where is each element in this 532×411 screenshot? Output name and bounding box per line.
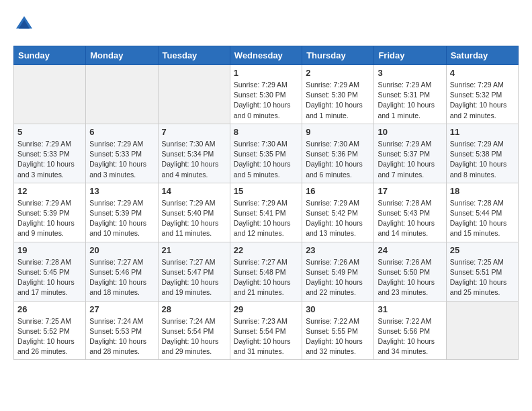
day-number: 13	[89, 186, 154, 196]
calendar-cell: 17Sunrise: 7:28 AM Sunset: 5:43 PM Dayli…	[374, 183, 446, 242]
day-number: 28	[162, 304, 226, 314]
calendar-cell: 10Sunrise: 7:29 AM Sunset: 5:37 PM Dayli…	[374, 124, 446, 183]
calendar-cell: 29Sunrise: 7:23 AM Sunset: 5:54 PM Dayli…	[230, 301, 302, 360]
day-info: Sunrise: 7:28 AM Sunset: 5:43 PM Dayligh…	[378, 198, 442, 239]
day-info: Sunrise: 7:25 AM Sunset: 5:51 PM Dayligh…	[450, 257, 515, 298]
day-header-friday: Friday	[374, 46, 446, 65]
day-header-sunday: Sunday	[14, 46, 86, 65]
day-info: Sunrise: 7:22 AM Sunset: 5:55 PM Dayligh…	[306, 316, 370, 357]
day-number: 17	[378, 186, 442, 196]
day-info: Sunrise: 7:29 AM Sunset: 5:32 PM Dayligh…	[450, 80, 515, 121]
day-number: 20	[89, 245, 154, 255]
day-number: 15	[234, 186, 298, 196]
calendar-cell: 28Sunrise: 7:24 AM Sunset: 5:54 PM Dayli…	[158, 301, 230, 360]
day-info: Sunrise: 7:29 AM Sunset: 5:42 PM Dayligh…	[306, 198, 370, 239]
day-info: Sunrise: 7:29 AM Sunset: 5:33 PM Dayligh…	[89, 139, 154, 180]
calendar-cell: 24Sunrise: 7:26 AM Sunset: 5:50 PM Dayli…	[374, 242, 446, 301]
calendar-cell: 25Sunrise: 7:25 AM Sunset: 5:51 PM Dayli…	[446, 242, 518, 301]
day-info: Sunrise: 7:29 AM Sunset: 5:30 PM Dayligh…	[234, 80, 298, 121]
day-info: Sunrise: 7:29 AM Sunset: 5:31 PM Dayligh…	[378, 80, 442, 121]
day-number: 3	[378, 68, 442, 78]
calendar-cell: 22Sunrise: 7:27 AM Sunset: 5:48 PM Dayli…	[230, 242, 302, 301]
calendar-header-row: SundayMondayTuesdayWednesdayThursdayFrid…	[14, 46, 519, 65]
calendar: SundayMondayTuesdayWednesdayThursdayFrid…	[13, 46, 519, 360]
calendar-cell: 27Sunrise: 7:24 AM Sunset: 5:53 PM Dayli…	[86, 301, 158, 360]
day-info: Sunrise: 7:24 AM Sunset: 5:53 PM Dayligh…	[89, 316, 154, 357]
calendar-cell: 13Sunrise: 7:29 AM Sunset: 5:39 PM Dayli…	[86, 183, 158, 242]
day-number: 21	[162, 245, 226, 255]
day-header-thursday: Thursday	[302, 46, 374, 65]
day-number: 14	[162, 186, 226, 196]
day-number: 31	[378, 304, 442, 314]
calendar-cell: 16Sunrise: 7:29 AM Sunset: 5:42 PM Dayli…	[302, 183, 374, 242]
day-number: 27	[89, 304, 154, 314]
day-number: 16	[306, 186, 370, 196]
calendar-week-5: 26Sunrise: 7:25 AM Sunset: 5:52 PM Dayli…	[14, 301, 519, 360]
day-info: Sunrise: 7:24 AM Sunset: 5:54 PM Dayligh…	[162, 316, 226, 357]
day-info: Sunrise: 7:22 AM Sunset: 5:56 PM Dayligh…	[378, 316, 442, 357]
day-number: 7	[162, 127, 226, 137]
calendar-cell	[158, 65, 230, 124]
day-info: Sunrise: 7:27 AM Sunset: 5:46 PM Dayligh…	[89, 257, 154, 298]
day-info: Sunrise: 7:28 AM Sunset: 5:44 PM Dayligh…	[450, 198, 515, 239]
calendar-cell: 23Sunrise: 7:26 AM Sunset: 5:49 PM Dayli…	[302, 242, 374, 301]
day-info: Sunrise: 7:30 AM Sunset: 5:34 PM Dayligh…	[162, 139, 226, 180]
day-number: 4	[450, 68, 515, 78]
day-number: 2	[306, 68, 370, 78]
calendar-cell	[14, 65, 86, 124]
day-info: Sunrise: 7:30 AM Sunset: 5:36 PM Dayligh…	[306, 139, 370, 180]
day-info: Sunrise: 7:29 AM Sunset: 5:39 PM Dayligh…	[17, 198, 82, 239]
calendar-week-3: 12Sunrise: 7:29 AM Sunset: 5:39 PM Dayli…	[14, 183, 519, 242]
day-number: 12	[17, 186, 82, 196]
calendar-cell: 15Sunrise: 7:29 AM Sunset: 5:41 PM Dayli…	[230, 183, 302, 242]
day-info: Sunrise: 7:29 AM Sunset: 5:33 PM Dayligh…	[17, 139, 82, 180]
day-number: 30	[306, 304, 370, 314]
day-info: Sunrise: 7:28 AM Sunset: 5:45 PM Dayligh…	[17, 257, 82, 298]
day-number: 22	[234, 245, 298, 255]
calendar-week-1: 1Sunrise: 7:29 AM Sunset: 5:30 PM Daylig…	[14, 65, 519, 124]
calendar-cell: 8Sunrise: 7:30 AM Sunset: 5:35 PM Daylig…	[230, 124, 302, 183]
day-info: Sunrise: 7:25 AM Sunset: 5:52 PM Dayligh…	[17, 316, 82, 357]
day-number: 26	[17, 304, 82, 314]
day-info: Sunrise: 7:27 AM Sunset: 5:47 PM Dayligh…	[162, 257, 226, 298]
logo-icon	[13, 13, 35, 35]
day-number: 11	[450, 127, 515, 137]
day-number: 8	[234, 127, 298, 137]
day-number: 1	[234, 68, 298, 78]
calendar-cell: 1Sunrise: 7:29 AM Sunset: 5:30 PM Daylig…	[230, 65, 302, 124]
calendar-cell	[446, 301, 518, 360]
day-info: Sunrise: 7:30 AM Sunset: 5:35 PM Dayligh…	[234, 139, 298, 180]
calendar-cell: 30Sunrise: 7:22 AM Sunset: 5:55 PM Dayli…	[302, 301, 374, 360]
day-header-saturday: Saturday	[446, 46, 518, 65]
calendar-cell: 12Sunrise: 7:29 AM Sunset: 5:39 PM Dayli…	[14, 183, 86, 242]
day-header-wednesday: Wednesday	[230, 46, 302, 65]
day-number: 24	[378, 245, 442, 255]
calendar-cell: 6Sunrise: 7:29 AM Sunset: 5:33 PM Daylig…	[86, 124, 158, 183]
day-number: 18	[450, 186, 515, 196]
day-number: 29	[234, 304, 298, 314]
day-number: 23	[306, 245, 370, 255]
day-info: Sunrise: 7:29 AM Sunset: 5:30 PM Dayligh…	[306, 80, 370, 121]
day-number: 9	[306, 127, 370, 137]
day-info: Sunrise: 7:26 AM Sunset: 5:50 PM Dayligh…	[378, 257, 442, 298]
logo	[13, 13, 38, 35]
calendar-cell: 11Sunrise: 7:29 AM Sunset: 5:38 PM Dayli…	[446, 124, 518, 183]
day-info: Sunrise: 7:29 AM Sunset: 5:38 PM Dayligh…	[450, 139, 515, 180]
day-number: 5	[17, 127, 82, 137]
day-info: Sunrise: 7:29 AM Sunset: 5:37 PM Dayligh…	[378, 139, 442, 180]
calendar-cell: 14Sunrise: 7:29 AM Sunset: 5:40 PM Dayli…	[158, 183, 230, 242]
calendar-cell: 20Sunrise: 7:27 AM Sunset: 5:46 PM Dayli…	[86, 242, 158, 301]
calendar-cell: 9Sunrise: 7:30 AM Sunset: 5:36 PM Daylig…	[302, 124, 374, 183]
calendar-cell: 21Sunrise: 7:27 AM Sunset: 5:47 PM Dayli…	[158, 242, 230, 301]
day-info: Sunrise: 7:29 AM Sunset: 5:41 PM Dayligh…	[234, 198, 298, 239]
day-info: Sunrise: 7:23 AM Sunset: 5:54 PM Dayligh…	[234, 316, 298, 357]
calendar-cell: 26Sunrise: 7:25 AM Sunset: 5:52 PM Dayli…	[14, 301, 86, 360]
page-header	[13, 13, 519, 35]
calendar-cell	[86, 65, 158, 124]
day-info: Sunrise: 7:26 AM Sunset: 5:49 PM Dayligh…	[306, 257, 370, 298]
calendar-cell: 2Sunrise: 7:29 AM Sunset: 5:30 PM Daylig…	[302, 65, 374, 124]
calendar-cell: 7Sunrise: 7:30 AM Sunset: 5:34 PM Daylig…	[158, 124, 230, 183]
day-header-monday: Monday	[86, 46, 158, 65]
day-info: Sunrise: 7:29 AM Sunset: 5:40 PM Dayligh…	[162, 198, 226, 239]
calendar-week-2: 5Sunrise: 7:29 AM Sunset: 5:33 PM Daylig…	[14, 124, 519, 183]
